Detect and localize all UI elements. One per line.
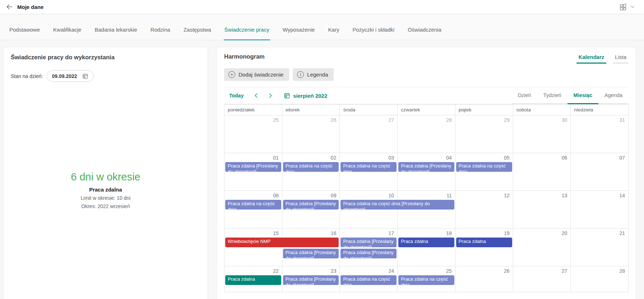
day-cell[interactable]: 17	[340, 229, 398, 266]
calendar-event[interactable]: Praca zdalna na część dnia	[340, 162, 397, 172]
plus-circle-icon: +	[228, 71, 235, 78]
day-number: 18	[446, 230, 452, 236]
day-cell[interactable]: 15	[224, 229, 282, 266]
state-date-input[interactable]: 09.09.2022	[47, 70, 94, 82]
day-number: 27	[389, 117, 394, 123]
view-dzien[interactable]: Dzień	[512, 87, 537, 104]
day-cell[interactable]: 28	[398, 115, 455, 153]
view-agenda[interactable]: Agenda	[598, 87, 629, 104]
day-cell[interactable]: 13	[513, 191, 571, 229]
day-cell[interactable]: 01	[224, 153, 282, 191]
calendar-event[interactable]: Praca zdalna [Przesłany do akceptacji]	[283, 249, 339, 258]
chevron-right-icon	[267, 92, 274, 99]
day-number: 23	[331, 268, 337, 274]
day-cell[interactable]: 07	[571, 153, 629, 191]
day-cell[interactable]: 26	[282, 115, 340, 153]
tab-wyposazenie[interactable]: Wyposażenie	[282, 27, 316, 40]
day-cell[interactable]: 11	[398, 191, 455, 229]
tab-badania-lekarskie[interactable]: Badania lekarskie	[94, 27, 138, 40]
day-cell[interactable]: 27	[513, 266, 571, 292]
today-button[interactable]: Today	[229, 93, 244, 98]
day-cell[interactable]: 21	[571, 229, 629, 266]
day-number: 11	[446, 193, 452, 198]
calendar-event[interactable]: Praca zdalna na część dnia	[456, 162, 512, 172]
day-cell[interactable]: 31	[571, 115, 629, 153]
day-number: 12	[504, 193, 510, 198]
tab-oswiadczenia[interactable]: Oświadczenia	[407, 27, 442, 40]
add-benefit-button[interactable]: +Dodaj świadczenie	[224, 68, 289, 81]
legend-button[interactable]: iLegenda	[293, 68, 334, 81]
days-in-period-headline: 6 dni w okresie	[11, 171, 200, 183]
calendar-event[interactable]: Praca zdalna [Przesłany do akceptacji]	[340, 238, 397, 247]
tab-rodzina[interactable]: Rodzina	[150, 27, 171, 40]
calendar-event[interactable]: Praca zdalna [Przesłany do akceptacji]	[225, 162, 281, 172]
tab-pozyczki-i-skladki[interactable]: Pożyczki i składki	[352, 27, 395, 40]
view-toggle: KalendarzLista	[570, 53, 629, 64]
day-cell[interactable]: 18	[398, 229, 455, 266]
tab-podstawowe[interactable]: Podstawowe	[9, 27, 41, 40]
toggle-lista[interactable]: Lista	[613, 53, 629, 64]
day-number: 16	[331, 230, 337, 236]
month-picker[interactable]: sierpień 2022	[284, 92, 327, 99]
calendar-event[interactable]: Praca zdalna na część dnia	[398, 275, 454, 285]
calendar-event[interactable]: Praca zdalna na część dnia	[340, 275, 397, 285]
calendar-event[interactable]: Praca zdalna	[456, 238, 512, 247]
tab-swiadczenie-pracy[interactable]: Świadczenie pracy	[224, 27, 270, 40]
day-cell[interactable]: 08	[224, 191, 282, 229]
day-cell[interactable]: 02	[282, 153, 340, 191]
day-cell[interactable]: 27	[340, 115, 398, 153]
day-cell[interactable]: 20	[513, 229, 571, 266]
calendar-event[interactable]: Praca zdalna [Przesłany do akceptacji]	[283, 275, 339, 285]
day-cell[interactable]: 25	[224, 115, 282, 153]
day-cell[interactable]: 06	[513, 153, 571, 191]
day-cell[interactable]: 26	[455, 266, 513, 292]
back-button[interactable]	[4, 2, 14, 12]
prev-month-button[interactable]	[253, 92, 260, 99]
chevron-down-button[interactable]	[630, 4, 635, 10]
calendar-event[interactable]: Praca zdalna [Przesłany do akceptacji]	[340, 249, 397, 258]
calendar-event[interactable]: Praca zdalna [Przesłany do akceptacji]	[283, 200, 339, 210]
calendar-event[interactable]: Praca zdalna na część dnia	[283, 162, 339, 172]
view-miesiac[interactable]: Miesiąc	[567, 87, 598, 104]
day-cell[interactable]: 29	[455, 115, 513, 153]
day-cell[interactable]: 19	[455, 229, 513, 266]
day-header: środa	[340, 105, 398, 115]
day-cell[interactable]: 03	[340, 153, 398, 191]
calendar-month-icon	[284, 92, 290, 99]
day-number: 03	[389, 155, 394, 161]
calendar-event[interactable]: Praca zdalna na część dnia	[225, 200, 281, 210]
calendar-event[interactable]: Praca zdalna na część dnia [Przesłany do…	[340, 200, 454, 210]
benefit-balance-panel: Świadczenie pracy do wykorzystania Stan …	[4, 47, 208, 299]
day-cell[interactable]: 12	[455, 191, 513, 229]
tab-zastepstwa[interactable]: Zastępstwa	[183, 27, 212, 40]
tab-kary[interactable]: Kary	[328, 27, 340, 40]
calendar-event[interactable]: Praca zdalna	[225, 275, 281, 285]
calendar-week: 01020304050607Praca zdalna [Przesłany do…	[224, 153, 629, 191]
day-number: 26	[504, 268, 510, 274]
day-cell[interactable]: 28	[571, 266, 629, 292]
layout-grid-button[interactable]	[619, 3, 627, 11]
day-cell[interactable]: 04	[398, 153, 455, 191]
view-tydzien[interactable]: Tydzień	[537, 87, 567, 104]
day-cell[interactable]: 16	[282, 229, 340, 266]
calendar-event[interactable]: Wniebowzięcie NMP	[225, 238, 339, 247]
day-cell[interactable]: 09	[282, 191, 340, 229]
day-header: poniedziałek	[224, 105, 282, 115]
chevron-down-icon	[630, 4, 635, 10]
benefit-summary: 6 dni w okresie Praca zdalna Limit w okr…	[11, 171, 200, 209]
toggle-kalendarz[interactable]: Kalendarz	[576, 53, 607, 64]
page-title: Moje dane	[17, 4, 43, 10]
day-number: 20	[562, 230, 567, 236]
calendar-event[interactable]: Praca zdalna [Przesłany do akceptacji]	[398, 162, 454, 172]
tab-kwalifikacje[interactable]: Kwalifikacje	[52, 27, 82, 40]
day-cell[interactable]: 10	[340, 191, 398, 229]
day-cell[interactable]: 14	[571, 191, 629, 229]
schedule-panel: Harmonogram KalendarzLista +Dodaj świadc…	[217, 47, 636, 299]
day-number: 28	[619, 268, 625, 274]
calendar-event[interactable]: Praca zdalna	[398, 238, 454, 247]
day-number: 07	[619, 155, 625, 161]
day-number: 24	[389, 268, 394, 274]
next-month-button[interactable]	[267, 92, 274, 99]
day-cell[interactable]: 05	[455, 153, 513, 191]
day-cell[interactable]: 30	[513, 115, 571, 153]
